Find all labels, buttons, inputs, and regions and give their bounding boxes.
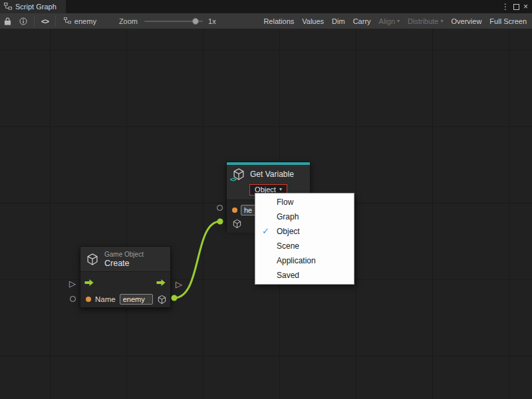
menu-item-saved[interactable]: Saved — [255, 268, 354, 283]
chevron-down-icon: ▾ — [441, 19, 444, 24]
more-menu-icon[interactable]: ⋮ — [501, 2, 509, 11]
name-input-port[interactable] — [217, 205, 223, 211]
create-node[interactable]: Game Object Create Name — [80, 246, 171, 308]
get-variable-header: <> Get Variable — [227, 165, 310, 182]
edge-start-port — [172, 295, 178, 301]
zoom-slider[interactable] — [144, 21, 203, 22]
align-button[interactable]: Align▾ — [375, 13, 404, 29]
chevron-down-icon: ▾ — [279, 187, 282, 192]
window-controls: ⋮ × — [501, 2, 532, 11]
menu-item-object[interactable]: ✓ Object — [255, 224, 354, 239]
tab-script-graph[interactable]: Script Graph — [0, 0, 66, 13]
check-icon: ✓ — [262, 224, 269, 239]
graph-canvas[interactable]: Game Object Create Name — [0, 29, 532, 399]
zoom-label: Zoom — [119, 17, 138, 25]
tab-title: Script Graph — [15, 3, 57, 11]
port-label: Name — [95, 295, 116, 303]
script-graph-window: Script Graph ⋮ × <> — [0, 0, 532, 399]
menu-item-scene[interactable]: Scene — [255, 239, 354, 253]
lock-icon[interactable] — [0, 13, 15, 29]
gameobject-input-port-icon[interactable] — [232, 219, 242, 229]
menu-item-graph[interactable]: Graph — [255, 209, 354, 224]
node-title: Create — [104, 259, 144, 268]
create-node-header: Game Object Create — [80, 247, 170, 272]
graph-name: enemy — [74, 17, 96, 25]
graph-toolbar: <> enemy Zoom 1x Relations Values Dim Ca… — [0, 13, 532, 29]
toolbar-separator — [55, 16, 56, 27]
maximize-icon[interactable] — [513, 4, 519, 10]
node-category: Game Object — [104, 251, 144, 259]
overview-button[interactable]: Overview — [448, 13, 486, 29]
flow-input-port[interactable]: ▷ — [69, 279, 76, 288]
dim-button[interactable]: Dim — [328, 13, 349, 29]
relations-button[interactable]: Relations — [259, 13, 298, 29]
edge-end-port — [217, 219, 223, 225]
titlebar: Script Graph ⋮ × — [0, 0, 532, 13]
cube-icon — [86, 253, 99, 266]
fullscreen-button[interactable]: Full Screen — [485, 13, 531, 29]
flow-input-arrow-icon[interactable] — [84, 277, 94, 289]
breadcrumb[interactable]: enemy — [59, 13, 102, 29]
distribute-button[interactable]: Distribute▾ — [404, 13, 447, 29]
script-graph-icon — [4, 3, 12, 11]
string-port[interactable] — [86, 297, 91, 302]
toolbar-buttons: Relations Values Dim Carry Align▾ Distri… — [259, 13, 532, 29]
info-icon[interactable] — [15, 13, 31, 29]
code-icon: <> — [230, 176, 236, 183]
zoom-slider-handle[interactable] — [192, 18, 199, 25]
menu-item-application[interactable]: Application — [255, 253, 354, 268]
graph-asset-icon — [64, 17, 71, 25]
name-input[interactable] — [120, 294, 153, 305]
variable-scope-menu: Flow Graph ✓ Object Scene Application Sa… — [255, 193, 354, 285]
flow-output-arrow-icon[interactable] — [156, 277, 166, 289]
gameobject-output-port-icon[interactable] — [157, 295, 167, 305]
node-title: Get Variable — [250, 170, 294, 179]
menu-item-flow[interactable]: Flow — [255, 195, 354, 209]
edit-graph-code-icon[interactable]: <> — [37, 13, 53, 29]
values-button[interactable]: Values — [298, 13, 328, 29]
variable-cube-icon: <> — [232, 168, 245, 181]
zoom-value: 1x — [208, 17, 216, 25]
close-icon[interactable]: × — [523, 2, 528, 11]
flow-port-row — [80, 272, 170, 291]
toolbar-separator — [34, 16, 35, 27]
name-input-port[interactable] — [70, 296, 76, 302]
string-port[interactable] — [232, 207, 237, 213]
carry-button[interactable]: Carry — [349, 13, 375, 29]
chevron-down-icon: ▾ — [397, 19, 400, 24]
flow-output-port[interactable]: ▷ — [176, 280, 182, 289]
name-port-row: Name — [80, 291, 170, 308]
